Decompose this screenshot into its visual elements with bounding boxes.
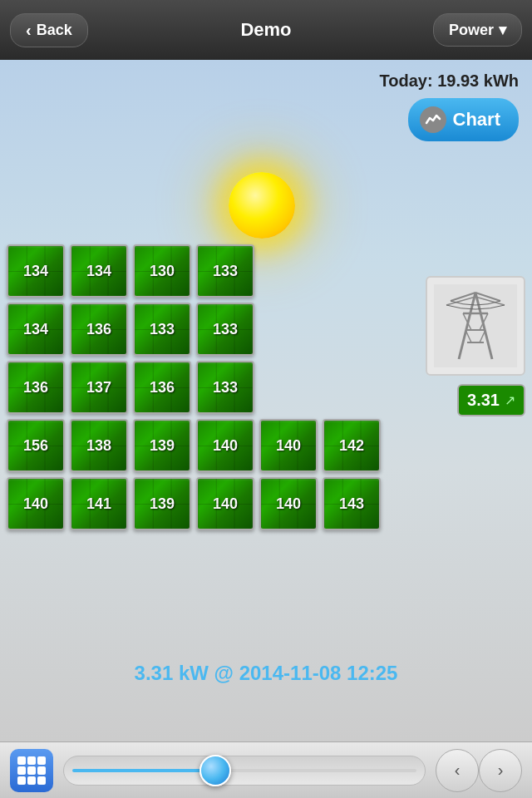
grid-button[interactable] bbox=[10, 749, 53, 792]
chart-label: Chart bbox=[453, 109, 500, 131]
solar-panel: 156 bbox=[7, 419, 65, 472]
chevron-down-icon: ▾ bbox=[499, 21, 506, 39]
solar-panel: 137 bbox=[70, 361, 128, 414]
status-bar: 3.31 kW @ 2014-11-08 12:25 bbox=[0, 662, 532, 685]
slider-track bbox=[72, 769, 416, 772]
back-label: Back bbox=[37, 22, 72, 39]
solar-panel: 140 bbox=[259, 419, 318, 472]
main-content: Today: 19.93 kWh Chart 13413413013313413… bbox=[0, 60, 532, 741]
power-label: Power bbox=[449, 22, 494, 39]
next-icon: › bbox=[498, 761, 504, 780]
prev-icon: ‹ bbox=[455, 761, 461, 780]
bottom-toolbar: ‹ › bbox=[0, 741, 532, 798]
today-energy: Today: 19.93 kWh bbox=[380, 71, 519, 91]
power-reading-badge: 3.31 ↗ bbox=[457, 384, 525, 416]
solar-panel: 142 bbox=[323, 419, 381, 472]
chart-button[interactable]: Chart bbox=[408, 98, 519, 141]
status-text: 3.31 kW @ 2014-11-08 12:25 bbox=[135, 662, 398, 684]
power-trend-icon: ↗ bbox=[505, 392, 515, 408]
solar-panel: 133 bbox=[196, 361, 254, 414]
solar-panel: 134 bbox=[7, 244, 65, 298]
solar-panel: 136 bbox=[133, 361, 191, 414]
sun-graphic bbox=[216, 160, 308, 251]
power-value: 3.31 bbox=[467, 391, 500, 410]
chart-icon bbox=[420, 106, 446, 133]
back-button[interactable]: ‹ Back bbox=[10, 13, 88, 47]
solar-panel: 140 bbox=[259, 477, 318, 530]
solar-panel: 143 bbox=[323, 477, 381, 530]
solar-panels-top: 134134130133134136133133136137136133 bbox=[7, 244, 254, 414]
power-tower bbox=[426, 276, 525, 376]
solar-panel: 140 bbox=[196, 419, 254, 472]
solar-panel: 130 bbox=[133, 244, 191, 298]
slider-thumb[interactable] bbox=[200, 755, 231, 786]
timeline-slider[interactable] bbox=[63, 756, 426, 786]
solar-panel: 134 bbox=[70, 244, 128, 298]
grid-icon bbox=[17, 756, 46, 785]
prev-button[interactable]: ‹ bbox=[436, 749, 479, 792]
solar-panel: 138 bbox=[70, 419, 128, 472]
solar-panel: 133 bbox=[133, 303, 191, 356]
solar-panel: 141 bbox=[70, 477, 128, 530]
solar-panel: 140 bbox=[7, 477, 65, 530]
chevron-left-icon: ‹ bbox=[26, 21, 32, 40]
solar-panel: 136 bbox=[7, 361, 65, 414]
solar-panel: 140 bbox=[196, 477, 254, 530]
next-button[interactable]: › bbox=[479, 749, 522, 792]
solar-panel: 136 bbox=[70, 303, 128, 356]
solar-panel: 139 bbox=[133, 477, 191, 530]
solar-panel: 134 bbox=[7, 303, 65, 356]
solar-panel: 139 bbox=[133, 419, 191, 472]
solar-panel: 133 bbox=[196, 303, 254, 356]
power-button[interactable]: Power ▾ bbox=[433, 13, 522, 47]
solar-panels-bottom: 156138139140140142140141139140140143 bbox=[7, 419, 381, 530]
solar-panel: 133 bbox=[196, 244, 254, 298]
navigation-bar: ‹ Back Demo Power ▾ bbox=[0, 0, 532, 60]
page-title: Demo bbox=[240, 19, 291, 41]
